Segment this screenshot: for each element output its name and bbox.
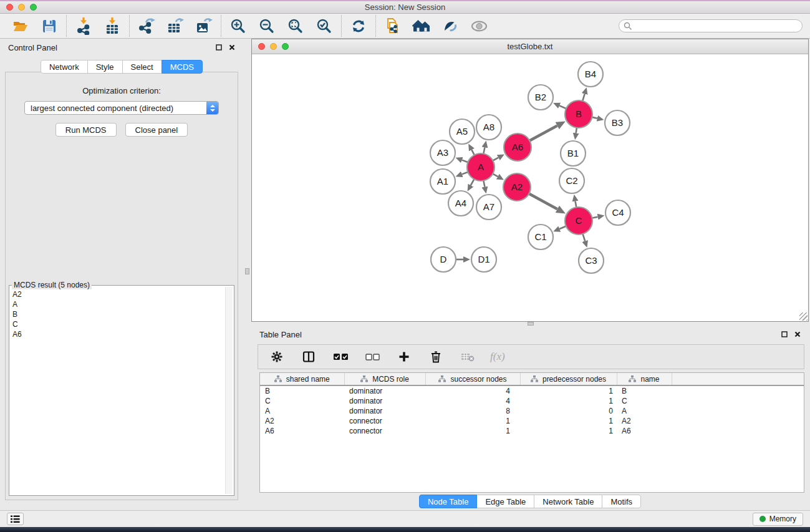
- delete-column-button[interactable]: [427, 347, 445, 366]
- refresh-view-button[interactable]: [349, 17, 368, 36]
- table-row[interactable]: Cdominator41C: [260, 396, 804, 406]
- tab-mcds[interactable]: MCDS: [162, 60, 203, 74]
- result-item[interactable]: B: [12, 309, 223, 319]
- import-network-button[interactable]: [74, 17, 93, 36]
- show-hide-graphics-button[interactable]: [441, 17, 460, 36]
- eye-button[interactable]: [470, 17, 488, 36]
- graph-node-label: C2: [566, 175, 577, 186]
- network-canvas[interactable]: B4B2BB3B1A5A8A6A3AA1A2C2A4A7C4CC1C3DD1: [252, 54, 808, 321]
- import-table-button[interactable]: [103, 17, 122, 36]
- zoom-in-button[interactable]: [229, 17, 248, 36]
- criterion-dropdown[interactable]: largest connected component (directed): [24, 101, 219, 115]
- table-panel-title: Table Panel: [259, 330, 302, 339]
- maximize-window-button[interactable]: [30, 4, 37, 11]
- table-panel: Table Panel: [251, 326, 809, 510]
- export-image-button[interactable]: [195, 17, 213, 36]
- table-settings-button[interactable]: [268, 347, 286, 366]
- hierarchy-icon: [629, 375, 636, 382]
- save-session-button[interactable]: [40, 17, 59, 36]
- task-history-button[interactable]: [7, 513, 24, 525]
- fit-content-button[interactable]: [286, 17, 305, 36]
- export-table-button[interactable]: [166, 17, 185, 36]
- minimize-window-button[interactable]: [18, 4, 25, 11]
- table-row[interactable]: A2connector11A2: [260, 416, 804, 426]
- delete-table-button[interactable]: [458, 347, 477, 366]
- result-item[interactable]: A2: [12, 289, 223, 299]
- close-window-button[interactable]: [6, 4, 13, 11]
- splitter-handle[interactable]: [528, 322, 534, 326]
- function-builder-button[interactable]: f(x): [490, 351, 505, 363]
- graph-node-label: A7: [483, 201, 494, 212]
- search-field[interactable]: [619, 19, 803, 32]
- result-item[interactable]: C: [12, 319, 223, 329]
- export-table-icon: [166, 18, 184, 34]
- export-network-button[interactable]: [137, 17, 156, 36]
- table-row[interactable]: Bdominator41B: [260, 385, 804, 396]
- result-item[interactable]: A6: [12, 329, 223, 339]
- toolbar-separator: [66, 15, 67, 37]
- float-panel-icon[interactable]: [781, 331, 788, 337]
- deselect-all-button[interactable]: [363, 347, 382, 366]
- zoom-out-button[interactable]: [258, 17, 276, 36]
- node-table: shared nameMCDS rolesuccessor nodesprede…: [259, 372, 804, 493]
- clone-network-icon: [386, 17, 400, 34]
- close-panel-icon[interactable]: [229, 44, 235, 51]
- table-row[interactable]: Adominator80A: [260, 406, 804, 416]
- memory-button[interactable]: Memory: [753, 513, 803, 526]
- tab-network-table[interactable]: Network Table: [534, 495, 602, 508]
- select-all-button[interactable]: [331, 347, 350, 366]
- open-session-button[interactable]: [11, 17, 30, 36]
- network-maximize-button[interactable]: [282, 43, 289, 50]
- resize-grip[interactable]: [799, 312, 808, 321]
- network-graph: B4B2BB3B1A5A8A6A3AA1A2C2A4A7C4CC1C3DD1: [252, 54, 808, 321]
- eye-icon: [471, 21, 488, 32]
- panel-splitter[interactable]: [243, 39, 251, 510]
- graph-edge-A6-B[interactable]: [529, 126, 557, 141]
- column-header[interactable]: shared name: [260, 373, 344, 385]
- zoom-in-icon: [230, 18, 246, 34]
- column-header[interactable]: predecessor nodes: [520, 373, 617, 385]
- delete-table-icon: [461, 352, 475, 362]
- tab-edge-table[interactable]: Edge Table: [476, 495, 534, 508]
- column-header[interactable]: MCDS role: [344, 373, 425, 385]
- zoom-selected-button[interactable]: [315, 17, 334, 36]
- tab-node-table[interactable]: Node Table: [419, 495, 478, 508]
- splitter-handle[interactable]: [245, 268, 249, 274]
- tab-select[interactable]: Select: [122, 60, 162, 74]
- table-tabs: Node TableEdge TableNetwork TableMotifs: [251, 493, 809, 510]
- result-scrollbar[interactable]: [225, 287, 233, 494]
- trash-icon: [431, 351, 441, 363]
- network-close-button[interactable]: [258, 43, 265, 50]
- close-panel-button[interactable]: Close panel: [125, 123, 188, 137]
- graph-node-label: D: [440, 254, 447, 264]
- column-header[interactable]: successor nodes: [425, 373, 520, 385]
- add-column-button[interactable]: [395, 347, 413, 366]
- float-panel-icon[interactable]: [216, 44, 222, 51]
- memory-label: Memory: [769, 515, 796, 523]
- table-panel-header: Table Panel: [251, 326, 809, 343]
- tab-network[interactable]: Network: [41, 60, 88, 74]
- zoom-selected-icon: [316, 18, 332, 34]
- network-minimize-button[interactable]: [270, 43, 277, 50]
- tab-motifs[interactable]: Motifs: [602, 495, 641, 508]
- toolbar-separator: [129, 15, 130, 37]
- graph-edge-A2-C[interactable]: [528, 193, 557, 209]
- export-image-icon: [195, 18, 213, 34]
- column-header[interactable]: name: [617, 373, 672, 385]
- first-neighbors-button[interactable]: [412, 17, 431, 36]
- clone-network-button[interactable]: [383, 17, 402, 36]
- column-layout-button[interactable]: [299, 347, 318, 366]
- table-row[interactable]: A6connector11A6: [260, 426, 804, 436]
- horizontal-splitter[interactable]: [251, 322, 809, 326]
- tab-style[interactable]: Style: [87, 60, 123, 74]
- close-panel-icon[interactable]: [794, 331, 801, 337]
- result-item[interactable]: A: [12, 299, 223, 309]
- hierarchy-icon: [531, 375, 538, 382]
- table-toolbar: f(x): [258, 344, 804, 369]
- graph-node-label: B1: [567, 148, 579, 158]
- graph-node-label: B4: [585, 69, 596, 79]
- search-input[interactable]: [635, 22, 798, 31]
- run-mcds-button[interactable]: Run MCDS: [55, 123, 117, 137]
- graph-node-label: A4: [455, 198, 466, 208]
- fit-content-icon: [287, 18, 304, 34]
